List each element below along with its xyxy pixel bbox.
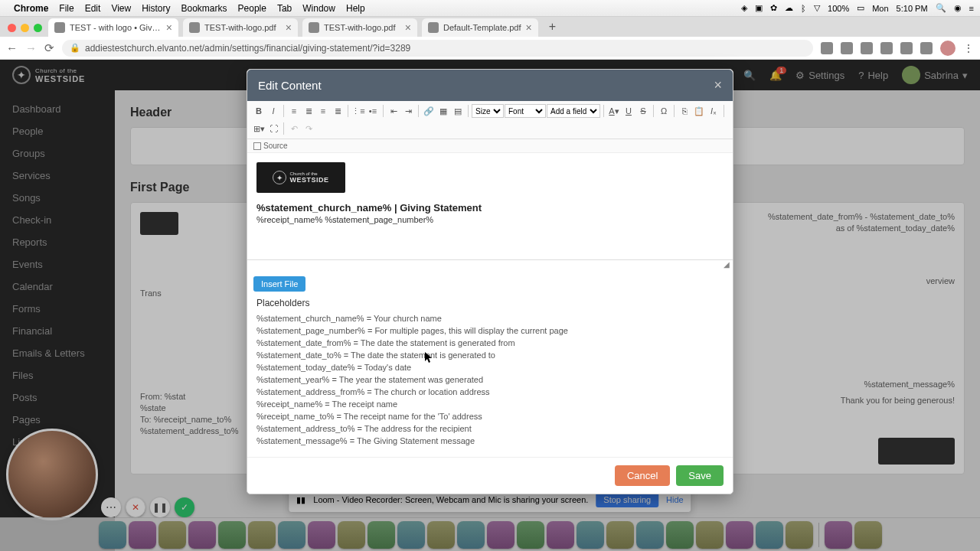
redo-button[interactable]: ↷ bbox=[302, 120, 315, 137]
browser-tab[interactable]: TEST-with-logo.pdf × bbox=[302, 18, 417, 37]
special-char-button[interactable]: Ω bbox=[657, 103, 671, 119]
close-tab-icon[interactable]: × bbox=[405, 21, 411, 34]
link-button[interactable]: 🔗 bbox=[422, 103, 436, 119]
list-unordered-button[interactable]: •≡ bbox=[366, 103, 380, 119]
back-button[interactable]: ← bbox=[6, 41, 18, 54]
strikethrough-button[interactable]: S bbox=[636, 103, 650, 119]
image-button[interactable]: ▦ bbox=[436, 103, 450, 119]
modal-footer: Cancel Save bbox=[247, 457, 733, 494]
underline-button[interactable]: U bbox=[622, 103, 635, 119]
close-modal-button[interactable]: × bbox=[714, 77, 722, 93]
close-tab-icon[interactable]: × bbox=[286, 21, 292, 34]
day-text: Mon bbox=[872, 4, 888, 13]
browser-tab-bar: TEST - with logo • Giving Stater × TEST-… bbox=[0, 17, 980, 37]
placeholder-line: %receipt_name_to% = The receipt name for… bbox=[256, 411, 724, 423]
editor-toolbar: B I ≡ ≣ ≡ ≣ ⋮≡ •≡ ⇤ ⇥ 🔗 ▦ ▤ Size Font Ad… bbox=[247, 101, 733, 139]
menu-help[interactable]: Help bbox=[346, 3, 365, 14]
placeholder-line: %receipt_name% = The receipt name bbox=[256, 399, 724, 411]
mac-menubar: Chrome File Edit View History Bookmarks … bbox=[0, 0, 980, 17]
clear-format-button[interactable]: Iₓ bbox=[707, 103, 720, 119]
status-icon: ☁ bbox=[785, 3, 793, 13]
browser-url-bar: ← → ⟳ 🔒 addiestestchurch.elvanto.net/adm… bbox=[0, 37, 980, 60]
indent-button[interactable]: ⇥ bbox=[401, 103, 415, 119]
placeholder-line: %statement_date_to% = The date the state… bbox=[256, 350, 724, 362]
placeholder-line: %statement_address_from% = The church or… bbox=[256, 386, 724, 399]
extension-icon[interactable] bbox=[920, 42, 933, 54]
extension-icon[interactable] bbox=[861, 42, 873, 54]
size-select[interactable]: Size bbox=[472, 104, 504, 118]
menu-history[interactable]: History bbox=[142, 3, 170, 14]
font-select[interactable]: Font bbox=[505, 104, 546, 118]
browser-tab[interactable]: TEST - with logo • Giving Stater × bbox=[48, 18, 178, 37]
favicon-icon bbox=[54, 22, 65, 33]
menu-people[interactable]: People bbox=[238, 3, 266, 14]
paste-button[interactable]: 📋 bbox=[692, 103, 706, 119]
profile-avatar[interactable] bbox=[940, 41, 956, 56]
modal-header: Edit Content × bbox=[247, 70, 733, 101]
modal-overlay: Edit Content × B I ≡ ≣ ≡ ≣ ⋮≡ •≡ ⇤ ⇥ 🔗 ▦… bbox=[0, 60, 980, 551]
tab-title: TEST - with logo • Giving Stater bbox=[70, 23, 162, 32]
wifi-icon[interactable]: ▽ bbox=[814, 3, 820, 13]
app-name[interactable]: Chrome bbox=[14, 3, 48, 14]
tab-title: TEST-with-logo.pdf bbox=[324, 23, 400, 32]
menu-edit[interactable]: Edit bbox=[85, 3, 101, 14]
menu-view[interactable]: View bbox=[111, 3, 131, 14]
menu-window[interactable]: Window bbox=[302, 3, 335, 14]
bluetooth-icon[interactable]: ᛒ bbox=[801, 4, 806, 13]
url-text: addiestestchurch.elvanto.net/admin/setti… bbox=[85, 43, 410, 54]
align-justify-button[interactable]: ≣ bbox=[331, 103, 345, 119]
cancel-button[interactable]: Cancel bbox=[615, 465, 670, 486]
forward-button[interactable]: → bbox=[25, 41, 37, 54]
browser-menu-button[interactable]: ⋮ bbox=[963, 42, 974, 54]
extension-icon[interactable] bbox=[821, 42, 833, 54]
insert-file-button[interactable]: Insert File bbox=[253, 276, 305, 292]
spotlight-icon[interactable]: 🔍 bbox=[936, 3, 946, 13]
show-blocks-button[interactable]: ⊞▾ bbox=[252, 120, 266, 137]
undo-button[interactable]: ↶ bbox=[287, 120, 301, 137]
address-bar[interactable]: 🔒 addiestestchurch.elvanto.net/admin/set… bbox=[62, 40, 813, 57]
extension-icon[interactable] bbox=[880, 42, 893, 54]
align-left-button[interactable]: ≡ bbox=[287, 103, 301, 119]
close-window-button[interactable] bbox=[8, 24, 16, 32]
menu-bookmarks[interactable]: Bookmarks bbox=[181, 3, 227, 14]
new-tab-button[interactable]: + bbox=[543, 20, 562, 37]
menu-file[interactable]: File bbox=[59, 3, 74, 14]
editor-content-area[interactable]: ✦ Church of the WESTSIDE %statement_chur… bbox=[247, 153, 733, 260]
menu-tab[interactable]: Tab bbox=[277, 3, 292, 14]
copy-button[interactable]: ⎘ bbox=[678, 103, 691, 119]
notifications-icon[interactable]: ≡ bbox=[969, 4, 974, 13]
close-tab-icon[interactable]: × bbox=[526, 21, 532, 34]
window-controls bbox=[5, 24, 48, 37]
reload-button[interactable]: ⟳ bbox=[44, 41, 54, 55]
minimize-window-button[interactable] bbox=[21, 24, 29, 32]
outdent-button[interactable]: ⇤ bbox=[387, 103, 400, 119]
browser-tab[interactable]: Default-Template.pdf × bbox=[422, 18, 538, 37]
placeholder-line: %statement_address_to% = The address for… bbox=[256, 423, 724, 435]
list-ordered-button[interactable]: ⋮≡ bbox=[351, 103, 365, 119]
italic-button[interactable]: I bbox=[266, 103, 280, 119]
resize-handle-icon[interactable]: ◢ bbox=[247, 260, 733, 270]
placeholder-line: %statement_message% = The Giving Stateme… bbox=[256, 435, 724, 448]
siri-icon[interactable]: ◉ bbox=[954, 3, 962, 13]
table-button[interactable]: ▤ bbox=[451, 103, 465, 119]
bold-button[interactable]: B bbox=[252, 103, 266, 119]
editor-subline: %receipt_name% %statement_page_number% bbox=[256, 215, 724, 224]
save-button[interactable]: Save bbox=[676, 465, 724, 486]
extension-icon[interactable] bbox=[841, 42, 853, 54]
time-text: 5:10 PM bbox=[897, 4, 928, 13]
browser-tab[interactable]: TEST-with-logo.pdf × bbox=[183, 18, 298, 37]
source-icon bbox=[253, 142, 261, 150]
source-button[interactable]: Source bbox=[263, 142, 288, 150]
align-right-button[interactable]: ≡ bbox=[316, 103, 330, 119]
maximize-window-button[interactable] bbox=[34, 24, 42, 32]
placeholders-section: Placeholders %statement_church_name% = Y… bbox=[247, 298, 733, 456]
close-tab-icon[interactable]: × bbox=[166, 21, 172, 34]
placeholder-line: %statement_year% = The year the statemen… bbox=[256, 374, 724, 386]
favicon-icon bbox=[309, 22, 319, 33]
maximize-button[interactable]: ⛶ bbox=[266, 120, 280, 137]
align-center-button[interactable]: ≣ bbox=[302, 103, 315, 119]
placeholder-line: %statement_church_name% = Your church na… bbox=[256, 313, 724, 325]
extension-icon[interactable] bbox=[900, 42, 913, 54]
add-field-select[interactable]: Add a field bbox=[547, 104, 600, 118]
text-color-button[interactable]: A▾ bbox=[607, 103, 621, 119]
